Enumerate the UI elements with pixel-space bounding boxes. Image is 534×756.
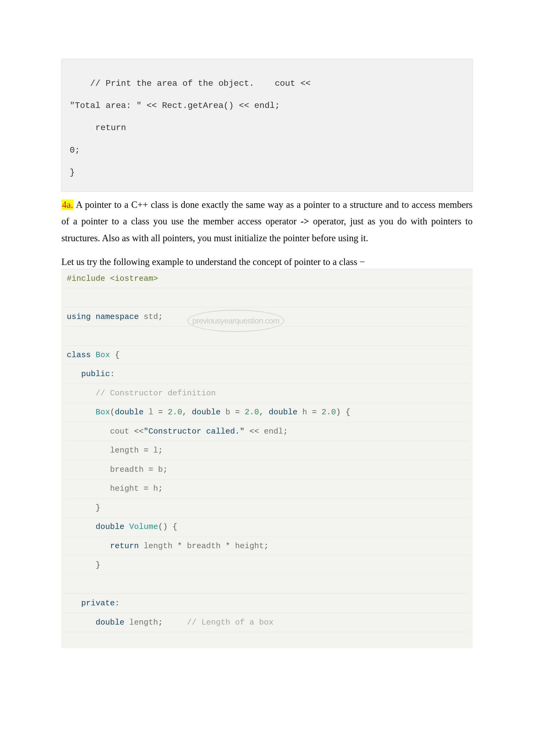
code-line: breadth = b; <box>64 460 470 479</box>
code-line: return length * breadth * height; <box>64 537 470 556</box>
code-block-area-print: // Print the area of the object. cout <<… <box>62 59 472 192</box>
code-line: length = l; <box>64 441 470 460</box>
code-line: height = h; <box>64 479 470 499</box>
code-line: return <box>70 117 464 139</box>
arrow-operator: -> <box>301 216 309 227</box>
question-tag-4a: 4a. <box>62 200 74 210</box>
code-line <box>64 575 470 594</box>
paragraph-4a: 4a. A pointer to a C++ class is done exa… <box>62 197 472 247</box>
lead-sentence: Let us try the following example to unde… <box>62 257 472 267</box>
code-line: double Volume() { <box>64 518 470 537</box>
code-line: "Total area: " << Rect.getArea() << endl… <box>70 94 464 117</box>
code-line: } <box>64 499 470 518</box>
code-line <box>64 288 470 308</box>
code-line: 0; <box>70 139 464 161</box>
code-line: cout <<"Constructor called." << endl; <box>64 422 470 441</box>
code-line: private: <box>64 594 470 613</box>
code-line: // Constructor definition <box>64 384 470 403</box>
code-line <box>64 326 470 346</box>
code-line: Box(double l = 2.0, double b = 2.0, doub… <box>64 403 470 422</box>
code-block-box-class: previousyearquestion.com #include <iostr… <box>62 269 472 648</box>
code-line: } <box>64 556 470 575</box>
code-line: // Print the area of the object. cout << <box>70 72 464 94</box>
watermark-text: previousyearquestion.com <box>188 310 284 332</box>
code-line: } <box>70 161 464 183</box>
code-line: #include <iostream> <box>64 269 470 288</box>
code-line: double length; // Length of a box <box>64 613 470 632</box>
code-line: public: <box>64 364 470 384</box>
code-line: class Box { <box>64 346 470 365</box>
